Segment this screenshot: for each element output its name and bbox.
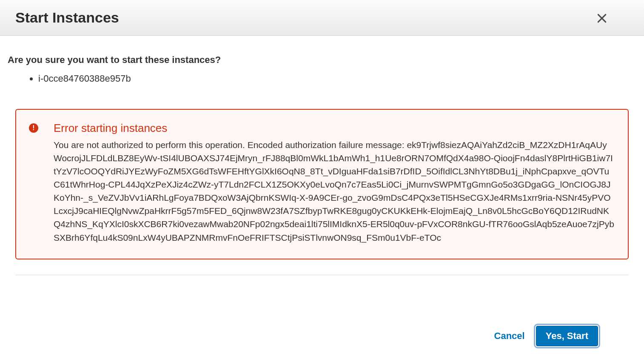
error-icon: !	[29, 123, 38, 133]
start-instances-dialog: Start Instances Are you sure you want to…	[0, 0, 644, 359]
close-icon	[596, 13, 607, 24]
dialog-separator	[15, 275, 629, 275]
error-box: ! Error starting instances You are not a…	[15, 109, 629, 259]
instance-id: i-0cce84760388e957b	[38, 73, 636, 84]
error-icon-wrap: !	[29, 123, 38, 133]
cancel-button[interactable]: Cancel	[493, 327, 527, 345]
error-title: Error starting instances	[54, 122, 615, 135]
dialog-footer: Cancel Yes, Start	[0, 316, 644, 359]
dialog-header: Start Instances	[0, 0, 644, 36]
dialog-body: Are you sure you want to start these ins…	[0, 36, 644, 316]
yes-start-button[interactable]: Yes, Start	[536, 326, 598, 346]
confirm-question: Are you sure you want to start these ins…	[8, 54, 636, 66]
error-message: You are not authorized to perform this o…	[54, 138, 615, 244]
error-content: Error starting instances You are not aut…	[54, 122, 615, 244]
instance-list: i-0cce84760388e957b	[8, 73, 636, 84]
close-button[interactable]	[596, 13, 607, 24]
dialog-title: Start Instances	[15, 9, 119, 26]
